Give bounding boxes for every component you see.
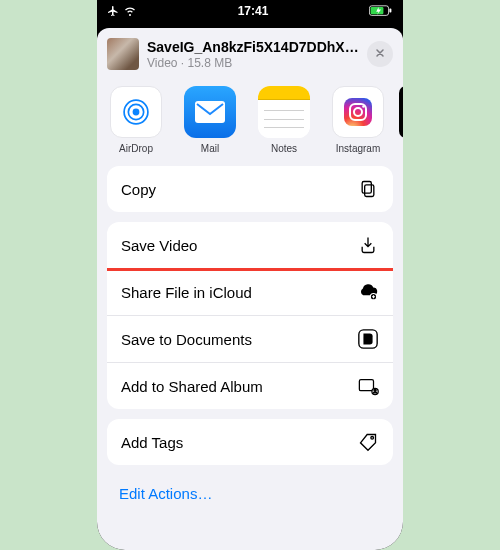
share-target-label: Instagram bbox=[336, 143, 380, 154]
icloud-share-icon bbox=[357, 281, 379, 303]
action-label: Add to Shared Album bbox=[121, 378, 263, 395]
share-sheet-header: SaveIG_An8kzFi5X14D7DDhXM... Video · 15.… bbox=[97, 28, 403, 80]
share-target-mail[interactable]: Mail bbox=[177, 86, 243, 154]
edit-actions-link[interactable]: Edit Actions… bbox=[97, 475, 403, 512]
download-icon bbox=[357, 234, 379, 256]
action-group-3: Add Tags bbox=[107, 419, 393, 465]
tag-icon bbox=[357, 431, 379, 453]
share-target-label: Mail bbox=[201, 143, 219, 154]
copy-icon bbox=[357, 178, 379, 200]
battery-icon bbox=[369, 5, 393, 17]
airplane-mode-icon bbox=[107, 5, 119, 17]
action-label: Save Video bbox=[121, 237, 197, 254]
close-icon bbox=[374, 46, 386, 62]
action-label: Save to Documents bbox=[121, 331, 252, 348]
action-label: Share File in iCloud bbox=[121, 284, 252, 301]
action-save-documents[interactable]: Save to Documents bbox=[107, 315, 393, 362]
shared-album-icon bbox=[357, 375, 379, 397]
action-copy[interactable]: Copy bbox=[107, 166, 393, 212]
file-title: SaveIG_An8kzFi5X14D7DDhXM... bbox=[147, 39, 367, 55]
svg-point-18 bbox=[371, 437, 374, 440]
svg-point-10 bbox=[362, 105, 365, 108]
svg-rect-12 bbox=[362, 182, 371, 194]
share-target-label: AirDrop bbox=[119, 143, 153, 154]
share-target-instagram[interactable]: Instagram bbox=[325, 86, 391, 154]
svg-point-17 bbox=[374, 389, 376, 391]
airdrop-icon bbox=[110, 86, 162, 138]
action-share-icloud[interactable]: Share File in iCloud bbox=[107, 268, 393, 315]
action-add-tags[interactable]: Add Tags bbox=[107, 419, 393, 465]
svg-point-3 bbox=[133, 109, 140, 116]
clock: 17:41 bbox=[238, 4, 269, 18]
share-target-airdrop[interactable]: AirDrop bbox=[103, 86, 169, 154]
close-button[interactable] bbox=[367, 41, 393, 67]
share-target-row[interactable]: AirDrop Mail Notes bbox=[97, 80, 403, 166]
action-save-video[interactable]: Save Video bbox=[107, 222, 393, 268]
action-label: Add Tags bbox=[121, 434, 183, 451]
action-group-2: Save Video Share File in iCloud Save to … bbox=[107, 222, 393, 409]
action-label: Copy bbox=[121, 181, 156, 198]
svg-rect-2 bbox=[389, 9, 391, 13]
documents-app-icon bbox=[357, 328, 379, 350]
action-add-shared-album[interactable]: Add to Shared Album bbox=[107, 362, 393, 409]
file-thumbnail bbox=[107, 38, 139, 70]
svg-rect-15 bbox=[359, 380, 373, 391]
file-meta: SaveIG_An8kzFi5X14D7DDhXM... Video · 15.… bbox=[147, 39, 367, 70]
share-target-extra[interactable]: T bbox=[399, 86, 403, 154]
svg-rect-6 bbox=[195, 101, 225, 123]
share-sheet: SaveIG_An8kzFi5X14D7DDhXM... Video · 15.… bbox=[97, 28, 403, 550]
mail-icon bbox=[184, 86, 236, 138]
share-target-label: Notes bbox=[271, 143, 297, 154]
instagram-icon bbox=[332, 86, 384, 138]
extra-app-icon bbox=[399, 86, 403, 138]
status-bar: 17:41 bbox=[97, 0, 403, 22]
svg-rect-7 bbox=[344, 98, 372, 126]
wifi-icon bbox=[123, 5, 137, 17]
phone-frame: 17:41 SaveIG_An8kzFi5X14D7DDhXM... Video… bbox=[97, 0, 403, 550]
share-target-notes[interactable]: Notes bbox=[251, 86, 317, 154]
file-subtitle: Video · 15.8 MB bbox=[147, 56, 367, 70]
notes-icon bbox=[258, 86, 310, 138]
action-group-1: Copy bbox=[107, 166, 393, 212]
svg-rect-11 bbox=[365, 185, 374, 197]
